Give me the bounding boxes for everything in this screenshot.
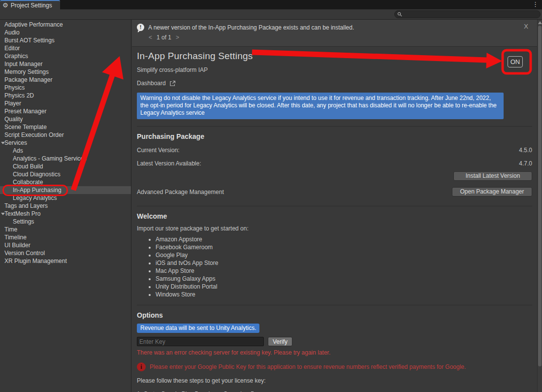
settings-content: In-App Purchasing Settings Simplify cros… [132,51,537,392]
sidebar-item-settings[interactable]: Settings [0,218,131,226]
error-info-icon: i [137,362,146,371]
sidebar-item-burst-aot-settings[interactable]: Burst AOT Settings [0,36,131,44]
sidebar-item-label: Player [4,100,21,107]
sidebar-item-cloud-build[interactable]: Cloud Build [0,163,131,170]
store-list-item: Amazon Appstore [156,235,532,243]
pager-prev-icon[interactable]: < [149,34,152,41]
vertical-scrollbar[interactable] [537,20,542,392]
sidebar-item-label: Services [4,139,27,146]
license-key-input[interactable] [137,337,264,346]
steps-intro: Please follow these steps to get your li… [137,377,532,384]
expander-triangle-icon[interactable] [1,213,5,215]
sidebar-item-label: XR Plugin Management [4,258,67,264]
sidebar-item-label: Input Manager [4,61,42,67]
sidebar-item-preset-manager[interactable]: Preset Manager [0,107,131,115]
sidebar-item-ui-builder[interactable]: UI Builder [0,241,131,249]
divider [137,206,532,206]
pager-next-icon[interactable]: > [176,34,179,41]
advanced-package-management-label: Advanced Package Management [137,189,224,196]
sidebar-item-label: Editor [4,45,20,52]
sidebar-item-physics-2d[interactable]: Physics 2D [0,92,131,99]
sidebar-item-xr-plugin-management[interactable]: XR Plugin Management [0,257,131,265]
sidebar-item-adaptive-performance[interactable]: Adaptive Performance [0,21,131,29]
search-input[interactable] [404,11,532,17]
verify-button[interactable]: Verify [268,337,292,346]
store-list-item: Unity Distribution Portal [156,283,532,291]
scroll-up-arrow-icon[interactable] [538,21,542,24]
sidebar-item-graphics[interactable]: Graphics [0,52,131,60]
dashboard-label: Dashboard [137,80,166,87]
sidebar-item-memory-settings[interactable]: Memory Settings [0,68,131,76]
install-latest-version-button[interactable]: Install Latest Version [453,171,532,181]
open-package-manager-button[interactable]: Open Package Manager [452,187,532,196]
sidebar-item-label: Quality [4,116,23,123]
sidebar-item-editor[interactable]: Editor [0,44,131,52]
sidebar-item-label: Preset Manager [4,108,46,115]
kebab-menu-icon[interactable]: ⋮ [530,0,541,8]
sidebar-item-time[interactable]: Time [0,226,131,233]
alert-bubble-icon: ! [137,24,144,31]
store-list-item: Google Play [156,251,532,259]
sidebar-item-script-execution-order[interactable]: Script Execution Order [0,131,131,139]
sidebar-item-label: Legacy Analytics [13,195,57,201]
sidebar-item-collaborate[interactable]: Collaborate [0,178,131,186]
dashboard-link[interactable]: Dashboard [137,80,191,87]
page-title: In-App Purchasing Settings [137,51,532,62]
sidebar-item-audio[interactable]: Audio [0,29,131,36]
sidebar-item-services[interactable]: Services [0,139,131,147]
sidebar-item-label: Adaptive Performance [4,21,63,28]
sidebar-item-textmesh-pro[interactable]: TextMesh Pro [0,210,131,218]
sidebar-item-in-app-purchasing[interactable]: In-App Purchasing [0,186,131,194]
iap-toggle-on-button[interactable]: ON [508,56,523,67]
sidebar-item-timeline[interactable]: Timeline [0,233,131,241]
sidebar-item-label: In-App Purchasing [13,187,62,194]
google-key-warning: Please enter your Google Public Key for … [150,362,466,371]
sidebar-item-label: Cloud Build [13,163,43,170]
sidebar-item-label: Scene Template [4,124,47,131]
store-list-item: iOS and tvOs App Store [156,259,532,267]
expander-triangle-icon[interactable] [1,142,5,144]
sidebar-item-label: Collaborate [13,179,43,186]
sidebar-item-version-control[interactable]: Version Control [0,249,131,257]
scrollbar-thumb[interactable] [538,26,542,366]
search-box[interactable] [394,10,541,18]
external-link-icon [169,80,176,87]
sidebar-item-input-manager[interactable]: Input Manager [0,60,131,68]
welcome-title: Welcome [137,212,532,220]
sidebar-item-package-manager[interactable]: Package Manager [0,76,131,84]
server-error-text: There was an error checking server for e… [137,349,532,356]
sidebar-item-label: TextMesh Pro [4,210,40,217]
tab-strip: ⚙ Project Settings ⋮ [0,0,542,9]
gear-icon: ⚙ [2,2,8,8]
store-list-item: Samsung Galaxy Apps [156,275,532,283]
sidebar-item-legacy-analytics[interactable]: Legacy Analytics [0,194,131,202]
options-title: Options [137,311,532,319]
sidebar-item-label: Timeline [4,234,27,241]
sidebar-item-cloud-diagnostics[interactable]: Cloud Diagnostics [0,170,131,178]
sidebar-item-player[interactable]: Player [0,99,131,107]
sidebar-item-tags-and-layers[interactable]: Tags and Layers [0,202,131,210]
sidebar-item-label: Version Control [4,250,45,257]
sidebar-item-analytics-gaming-services[interactable]: Analytics - Gaming Services [0,155,131,163]
sidebar-item-ads[interactable]: Ads [0,147,131,155]
tab-project-settings[interactable]: ⚙ Project Settings [0,0,60,9]
store-list-item: Mac App Store [156,267,532,275]
tab-title: Project Settings [11,2,52,9]
legacy-analytics-warning: Warning do not disable the Legacy Analyt… [137,93,504,119]
current-version-value: 4.5.0 [519,147,532,154]
banner-message: A newer version of the In-App Purchasing… [148,24,354,31]
toolbar [0,9,542,20]
sidebar-item-label: Script Execution Order [4,131,64,138]
sidebar-item-scene-template[interactable]: Scene Template [0,123,131,131]
page-subtitle: Simplify cross-platform IAP [137,66,532,73]
sidebar-item-label: Memory Settings [4,68,49,75]
banner-close-icon[interactable]: X [522,22,530,31]
sidebar-item-quality[interactable]: Quality [0,115,131,123]
current-version-label: Current Version: [137,147,180,154]
sidebar-item-physics[interactable]: Physics [0,84,131,92]
sidebar-item-label: Time [4,226,17,233]
sidebar-item-label: UI Builder [4,242,31,249]
sidebar-item-label: Physics 2D [4,92,34,99]
search-icon [397,12,402,17]
revenue-note-badge: Revenue data will be sent to Unity Analy… [137,324,259,333]
